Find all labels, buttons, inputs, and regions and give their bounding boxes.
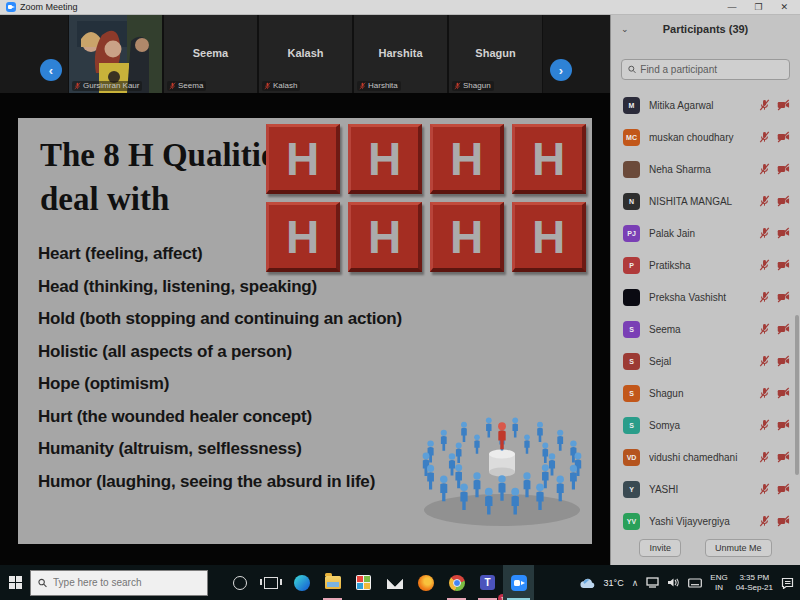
- language-indicator[interactable]: ENG IN: [710, 573, 727, 593]
- mic-muted-icon: [74, 82, 81, 90]
- taskbar-search-box[interactable]: [30, 570, 208, 596]
- video-off-icon: [777, 195, 790, 207]
- tray-time: 3:35 PM: [736, 573, 773, 583]
- task-view-button[interactable]: [255, 565, 286, 600]
- mic-muted-icon: [759, 163, 770, 175]
- participant-row[interactable]: M Mitika Agarwal: [611, 89, 800, 121]
- participant-avatar: PJ: [623, 225, 640, 242]
- participant-avatar: M: [623, 97, 640, 114]
- participant-name: Neha Sharma: [649, 164, 759, 175]
- video-off-icon: [777, 419, 790, 431]
- slide-title: The 8 H Qualities deal with: [40, 134, 290, 221]
- cortana-button[interactable]: [224, 565, 255, 600]
- participant-row[interactable]: S Shagun: [611, 377, 800, 409]
- zoom-icon: [511, 575, 527, 591]
- close-button[interactable]: ✕: [780, 0, 788, 15]
- mail-button[interactable]: [379, 565, 410, 600]
- participant-row[interactable]: Neha Sharma: [611, 153, 800, 185]
- participant-avatar: S: [623, 385, 640, 402]
- microsoft-store-icon: [356, 575, 371, 590]
- video-off-icon: [777, 355, 790, 367]
- participant-row[interactable]: S Somya: [611, 409, 800, 441]
- participants-list: M Mitika Agarwal MC muskan choudhary Neh…: [611, 89, 800, 537]
- tray-date: 04-Sep-21: [736, 583, 773, 593]
- unmute-me-button[interactable]: Unmute Me: [705, 539, 772, 557]
- mic-muted-icon: [759, 483, 770, 495]
- video-off-icon: [777, 99, 790, 111]
- firefox-icon: [418, 575, 434, 591]
- quality-list-item: Holistic (all aspects of a person): [38, 342, 402, 362]
- search-icon: [38, 578, 47, 588]
- video-off-icon: [777, 387, 790, 399]
- tray-chevron-icon[interactable]: ∧: [632, 578, 639, 588]
- chrome-button[interactable]: [441, 565, 472, 600]
- mic-muted-icon: [759, 227, 770, 239]
- network-icon[interactable]: [646, 577, 659, 588]
- participant-row[interactable]: VD vidushi chamedhani: [611, 441, 800, 473]
- participant-avatar: P: [623, 257, 640, 274]
- participant-row[interactable]: MC muskan choudhary: [611, 121, 800, 153]
- zoom-taskbar-button[interactable]: [503, 565, 534, 600]
- video-off-icon: [777, 483, 790, 495]
- people-circle-graphic: [410, 396, 595, 550]
- zoom-logo-icon: [6, 2, 16, 12]
- microsoft-store-button[interactable]: [348, 565, 379, 600]
- chrome-icon: [449, 575, 465, 591]
- taskbar-icons: T 1: [224, 565, 534, 600]
- keyboard-icon[interactable]: [688, 578, 702, 588]
- mic-muted-icon: [759, 387, 770, 399]
- participant-search-box[interactable]: [621, 59, 790, 80]
- minimize-button[interactable]: —: [727, 0, 736, 15]
- windows-logo-icon: [9, 576, 22, 589]
- participant-row[interactable]: S Sejal: [611, 345, 800, 377]
- video-tile[interactable]: Harshita Harshita: [353, 15, 448, 93]
- taskbar-search-input[interactable]: [53, 577, 200, 588]
- h-letter-block: H: [266, 124, 340, 194]
- temperature-readout[interactable]: 31°C: [604, 578, 624, 588]
- speaker-icon[interactable]: [667, 577, 680, 588]
- participant-avatar: Y: [623, 481, 640, 498]
- edge-button[interactable]: [286, 565, 317, 600]
- video-off-icon: [777, 451, 790, 463]
- participant-name-label: Harshita: [378, 47, 422, 59]
- quality-list-item: Heart (feeling, affect): [38, 244, 402, 264]
- clock[interactable]: 3:35 PM 04-Sep-21: [736, 573, 773, 593]
- video-tile[interactable]: Seema Seema: [163, 15, 258, 93]
- video-off-icon: [777, 227, 790, 239]
- participant-avatar: VD: [623, 449, 640, 466]
- participant-name: Sejal: [649, 356, 759, 367]
- action-center-icon[interactable]: [781, 577, 794, 589]
- mic-muted-icon: [759, 99, 770, 111]
- teams-button[interactable]: T 1: [472, 565, 503, 600]
- meeting-main-area: ‹ Gursimran Kaur Gursimran Kaur: [0, 15, 610, 565]
- participant-name-tag: Kalash: [273, 81, 297, 90]
- participant-row[interactable]: PJ Palak Jain: [611, 217, 800, 249]
- previous-videos-button[interactable]: ‹: [40, 59, 62, 81]
- maximize-button[interactable]: ❐: [754, 0, 762, 15]
- h-letter-block: H: [348, 124, 422, 194]
- participant-row[interactable]: P Pratiksha: [611, 249, 800, 281]
- mic-muted-icon: [759, 259, 770, 271]
- participant-search-input[interactable]: [640, 64, 783, 75]
- participant-row[interactable]: N NISHITA MANGAL: [611, 185, 800, 217]
- invite-button[interactable]: Invite: [639, 539, 681, 557]
- video-tile[interactable]: Gursimran Kaur Gursimran Kaur: [68, 15, 163, 93]
- mic-muted-icon: [759, 451, 770, 463]
- firefox-button[interactable]: [410, 565, 441, 600]
- cortana-icon: [233, 576, 247, 590]
- participant-row[interactable]: Preksha Vashisht: [611, 281, 800, 313]
- participant-row[interactable]: YV Yashi Vijayvergiya: [611, 505, 800, 537]
- teams-icon: T: [480, 575, 495, 590]
- start-button[interactable]: [0, 565, 30, 600]
- file-explorer-button[interactable]: [317, 565, 348, 600]
- participant-row[interactable]: Y YASHI: [611, 473, 800, 505]
- next-videos-button[interactable]: ›: [550, 59, 572, 81]
- participant-row[interactable]: S Seema: [611, 313, 800, 345]
- participant-name-label: Seema: [193, 47, 228, 59]
- video-tiles: Gursimran Kaur Gursimran Kaur Seema: [68, 15, 543, 93]
- weather-icon[interactable]: [580, 577, 596, 589]
- search-icon: [628, 65, 636, 74]
- video-tile[interactable]: Shagun Shagun: [448, 15, 543, 93]
- participants-scrollbar[interactable]: [795, 315, 799, 475]
- video-tile[interactable]: Kalash Kalash: [258, 15, 353, 93]
